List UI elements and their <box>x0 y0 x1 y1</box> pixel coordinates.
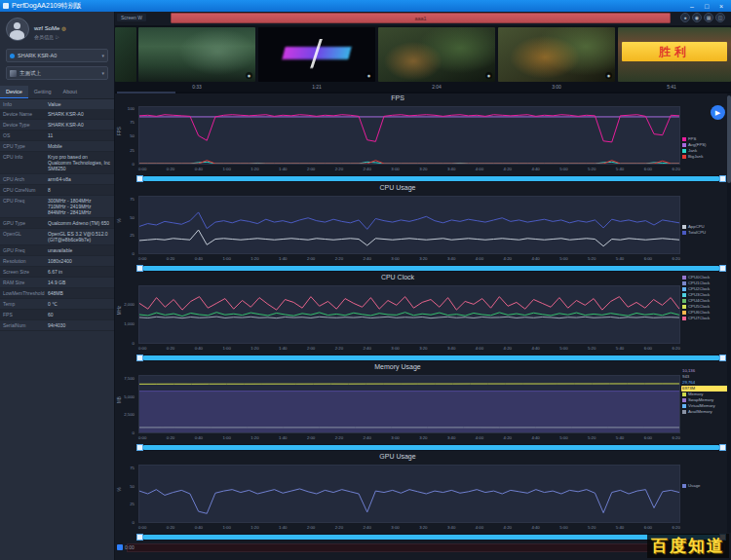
camera-icon: ◉ <box>246 72 252 79</box>
video-thumbnail[interactable] <box>115 27 136 82</box>
x-tick-label: 2:40 <box>364 346 371 353</box>
x-tick-label: 5:40 <box>616 346 624 353</box>
info-label: CPU CoreNum <box>0 185 45 195</box>
time-range-scrollbar[interactable] <box>136 355 726 361</box>
x-tick-label: 4:00 <box>476 435 483 442</box>
x-tick-label: 2:00 <box>307 346 315 353</box>
chart-canvas <box>139 286 679 343</box>
scrollbar-track[interactable] <box>143 176 719 181</box>
info-row: GPU Frequnavailable <box>0 245 114 256</box>
x-tick-label: 1:20 <box>250 167 258 173</box>
scrollbar-handle-right[interactable] <box>719 355 726 361</box>
x-tick-label: 3:00 <box>391 256 399 263</box>
info-header: Info <box>0 99 45 109</box>
plot-area[interactable] <box>138 375 680 433</box>
screen-tab[interactable]: Screen W <box>117 14 146 21</box>
scrollbar-track[interactable] <box>143 266 719 271</box>
scrollbar-handle-left[interactable] <box>136 444 143 451</box>
gallery-icon[interactable]: ▦ <box>704 13 713 22</box>
plot-area[interactable] <box>138 465 680 523</box>
legend-item[interactable]: CPU7Clock <box>681 316 730 321</box>
camera-icon: ◉ <box>485 72 492 79</box>
info-label: CPU Freq <box>0 196 45 217</box>
x-axis: 0:000:200:401:001:201:402:002:202:403:00… <box>138 167 680 173</box>
video-timestamp: 1:21 <box>258 84 375 90</box>
info-value: SHARK KSR-A0 <box>45 120 114 130</box>
legend: 10,13694329,7646973MMemorySwapMemoryVirt… <box>681 368 730 415</box>
video-thumbnail[interactable]: 胜利 <box>618 27 731 82</box>
time-range-scrollbar[interactable] <box>136 175 726 182</box>
tab-about[interactable]: About <box>58 86 83 98</box>
x-tick-label: 5:20 <box>588 435 596 442</box>
scrollbar-handle-left[interactable] <box>136 355 143 361</box>
scrollbar-handle-left[interactable] <box>136 534 143 541</box>
chart-title: CPU Usage <box>115 184 680 191</box>
minimize-button[interactable]: – <box>685 1 699 12</box>
scrollbar-handle-left[interactable] <box>136 175 143 182</box>
info-value: Mobile <box>45 141 114 151</box>
info-value: 14.9 GB <box>45 278 114 287</box>
y-tick-label: 2,000 <box>124 302 135 308</box>
maximize-button[interactable]: □ <box>700 1 713 12</box>
x-tick-label: 0:00 <box>138 525 146 532</box>
play-button[interactable]: ▶ <box>711 105 725 120</box>
user-card[interactable]: wzf SoMe◎ 会员信息 ▷ <box>0 12 114 45</box>
screenshot-icon[interactable]: ◉ <box>692 13 702 22</box>
plot-area[interactable] <box>138 285 680 344</box>
timeline-checkbox[interactable] <box>117 544 123 550</box>
legend-swatch <box>682 231 686 235</box>
close-button[interactable]: × <box>714 1 728 12</box>
scrollbar-handle-right[interactable] <box>719 265 726 272</box>
time-range-scrollbar[interactable] <box>136 444 726 451</box>
tab-device[interactable]: Device <box>0 86 28 98</box>
info-value: 6.67 in <box>45 267 114 277</box>
bottom-controls: 0:00 <box>117 544 135 550</box>
x-tick-label: 4:00 <box>476 167 483 173</box>
legend: FPSAvg(FPS)JankBigJank <box>681 136 730 160</box>
bottom-timeline-bar[interactable] <box>127 543 725 552</box>
legend-swatch <box>682 143 686 147</box>
legend-swatch <box>682 398 686 402</box>
legend-item[interactable]: BigJank <box>681 154 730 160</box>
video-thumbnail[interactable]: ◉ <box>378 27 495 82</box>
legend-swatch <box>682 305 686 309</box>
sidebar-tabs: Device Getting About <box>0 86 114 99</box>
time-range-scrollbar[interactable] <box>136 534 726 541</box>
video-thumbnail[interactable]: ◉ <box>138 27 255 82</box>
plot-area[interactable] <box>138 106 680 165</box>
app-icon <box>3 3 9 9</box>
x-tick-label: 3:00 <box>391 346 399 353</box>
user-subtitle[interactable]: 会员信息 ▷ <box>34 34 66 41</box>
video-thumbnail[interactable]: ◉ <box>258 27 375 82</box>
x-tick-label: 3:40 <box>447 346 455 353</box>
test-mode-dropdown[interactable]: 主测试上 ▾ <box>6 66 108 80</box>
export-icon[interactable]: ◫ <box>715 13 725 22</box>
video-timestamp: 0:33 <box>138 84 255 90</box>
x-axis: 0:000:200:401:001:201:402:002:202:403:00… <box>138 256 680 263</box>
video-thumbnail[interactable]: ◉ <box>498 27 615 82</box>
time-range-scrollbar[interactable] <box>136 265 726 272</box>
info-value: 1080x2400 <box>45 256 114 266</box>
legend-item[interactable]: AvailMemory <box>681 409 730 415</box>
scrollbar-track[interactable] <box>143 355 719 360</box>
device-dropdown[interactable]: SHARK KSR-A0 ▾ <box>6 49 108 62</box>
x-tick-label: 4:40 <box>531 167 539 173</box>
x-tick-label: 0:20 <box>167 256 174 263</box>
info-label: SerialNum <box>0 320 45 330</box>
scrollbar-track[interactable] <box>143 535 719 540</box>
vertical-scrollbar-thumb[interactable] <box>727 95 731 183</box>
scrollbar-handle-left[interactable] <box>136 265 143 272</box>
legend-item[interactable]: TotalCPU <box>681 230 730 236</box>
info-value: 300MHz - 1804MHz 710MHz - 2419MHz 844MHz… <box>45 196 114 217</box>
legend-swatch <box>682 410 686 414</box>
scrollbar-track[interactable] <box>143 445 719 450</box>
vertical-scrollbar[interactable] <box>727 93 731 533</box>
info-label: LowMemThreshold <box>0 288 45 298</box>
scrollbar-handle-right[interactable] <box>719 444 726 451</box>
record-icon[interactable]: ● <box>680 13 690 22</box>
plot-area[interactable] <box>138 196 680 254</box>
tab-getting[interactable]: Getting <box>28 86 58 98</box>
scrollbar-handle-right[interactable] <box>719 175 726 182</box>
legend-item[interactable]: Usage <box>681 483 730 489</box>
session-bar[interactable]: aaa1 <box>171 13 671 23</box>
